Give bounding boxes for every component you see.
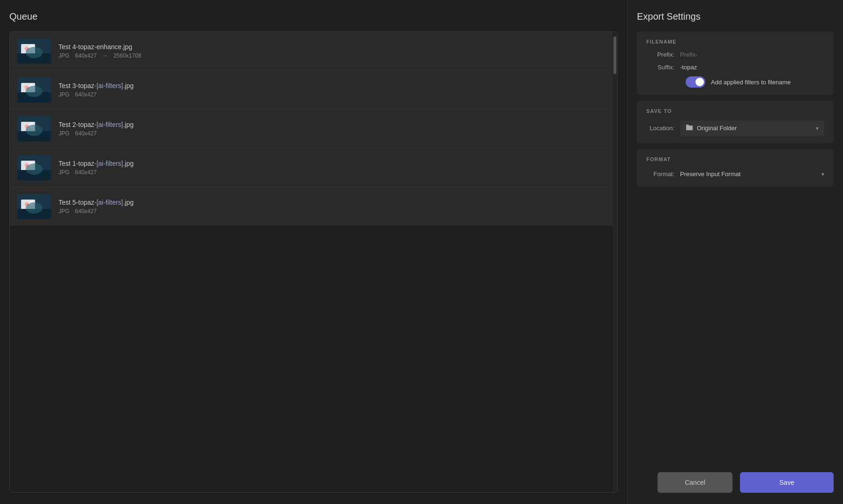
item-meta: JPG 640x427 [59, 169, 133, 176]
queue-item[interactable]: Test 1-topaz-[ai-filters].jpg JPG 640x42… [10, 148, 613, 187]
export-settings-panel: Export Settings FILENAME Prefix: Suffix:… [628, 0, 843, 504]
filename-section-label: FILENAME [646, 39, 824, 44]
svg-point-23 [26, 163, 43, 175]
item-dimensions: 640x427 [75, 130, 96, 137]
save-to-section-label: SAVE TO [646, 108, 824, 114]
chevron-down-icon: ▾ [816, 125, 819, 132]
filename-section: FILENAME Prefix: Suffix: -topaz Add appl… [637, 31, 834, 95]
prefix-row: Prefix: [646, 51, 824, 58]
svg-point-29 [26, 202, 43, 214]
prefix-label: Prefix: [646, 51, 674, 58]
scrollbar[interactable] [613, 32, 617, 492]
location-label: Location: [646, 125, 674, 132]
thumbnail [17, 116, 51, 141]
thumbnail [17, 194, 51, 219]
suffix-value: -topaz [680, 64, 697, 71]
format-value: Preserve Input Format [680, 170, 740, 178]
queue-container: Test 4-topaz-enhance.jpg JPG 640x427 → 2… [9, 31, 618, 493]
item-info: Test 1-topaz-[ai-filters].jpg JPG 640x42… [59, 160, 133, 176]
svg-point-11 [26, 86, 43, 97]
queue-item[interactable]: Test 4-topaz-enhance.jpg JPG 640x427 → 2… [10, 32, 613, 71]
item-format: JPG [59, 91, 69, 98]
item-output-dimensions: 2560x1708 [113, 52, 141, 59]
item-info: Test 2-topaz-[ai-filters].jpg JPG 640x42… [59, 121, 133, 137]
item-meta: JPG 640x427 → 2560x1708 [59, 52, 141, 59]
thumbnail [17, 155, 51, 180]
suffix-row: Suffix: -topaz [646, 64, 824, 71]
prefix-input[interactable] [680, 51, 824, 58]
item-dimensions: 640x427 [75, 169, 96, 176]
format-label: Format: [646, 170, 674, 178]
item-meta: JPG 640x427 [59, 130, 133, 137]
save-button[interactable]: Save [740, 472, 834, 493]
item-filename: Test 1-topaz-[ai-filters].jpg [59, 160, 133, 167]
export-settings-title: Export Settings [637, 11, 834, 22]
item-format: JPG [59, 208, 69, 215]
queue-item[interactable]: Test 5-topaz-[ai-filters].jpg JPG 640x42… [10, 187, 613, 226]
item-info: Test 4-topaz-enhance.jpg JPG 640x427 → 2… [59, 43, 141, 59]
item-filename: Test 5-topaz-[ai-filters].jpg [59, 199, 133, 206]
item-dimensions: 640x427 [75, 52, 96, 59]
cancel-button[interactable]: Cancel [658, 472, 732, 493]
item-format: JPG [59, 169, 69, 176]
queue-list: Test 4-topaz-enhance.jpg JPG 640x427 → 2… [10, 32, 613, 492]
chevron-down-icon: ▾ [821, 171, 824, 178]
item-filename: Test 2-topaz-[ai-filters].jpg [59, 121, 133, 128]
format-section: FORMAT Format: Preserve Input Format ▾ [637, 149, 834, 187]
format-section-label: FORMAT [646, 156, 824, 162]
item-info: Test 3-topaz-[ai-filters].jpg JPG 640x42… [59, 82, 133, 98]
folder-icon [686, 124, 693, 132]
thumbnail [17, 38, 51, 64]
toggle-row: Add applied filters to filename [646, 76, 824, 88]
add-filters-toggle[interactable] [686, 76, 705, 88]
item-meta: JPG 640x427 [59, 91, 133, 98]
location-row: Location: Original Folder ▾ [646, 120, 824, 136]
suffix-label: Suffix: [646, 64, 674, 71]
item-format: JPG [59, 52, 69, 59]
highlight-tag: -[ai-filters] [94, 121, 123, 128]
queue-item[interactable]: Test 3-topaz-[ai-filters].jpg JPG 640x42… [10, 71, 613, 110]
format-dropdown[interactable]: Preserve Input Format ▾ [680, 169, 824, 179]
thumbnail [17, 77, 51, 103]
item-format: JPG [59, 130, 69, 137]
highlight-tag: -[ai-filters] [94, 160, 123, 167]
item-dimensions: 640x427 [75, 91, 96, 98]
queue-item[interactable]: Test 2-topaz-[ai-filters].jpg JPG 640x42… [10, 110, 613, 148]
toggle-label: Add applied filters to filename [711, 79, 791, 86]
queue-panel: Queue Test 4-topaz-enhance.jpg [0, 0, 628, 504]
svg-point-17 [26, 125, 43, 136]
action-buttons: Cancel Save [637, 465, 834, 493]
svg-point-5 [26, 47, 43, 58]
save-to-section: SAVE TO Location: Original Folder ▾ [637, 101, 834, 143]
item-meta: JPG 640x427 [59, 208, 133, 215]
location-dropdown[interactable]: Original Folder ▾ [680, 120, 824, 136]
highlight-tag: -[ai-filters] [94, 82, 123, 89]
item-info: Test 5-topaz-[ai-filters].jpg JPG 640x42… [59, 199, 133, 215]
highlight-tag: -[ai-filters] [94, 199, 123, 206]
item-dimensions: 640x427 [75, 208, 96, 215]
item-filename: Test 3-topaz-[ai-filters].jpg [59, 82, 133, 89]
scrollbar-thumb[interactable] [614, 37, 616, 74]
queue-title: Queue [9, 11, 618, 22]
location-value: Original Folder [697, 125, 737, 132]
arrow-icon: → [102, 52, 108, 59]
format-row: Format: Preserve Input Format ▾ [646, 169, 824, 179]
item-filename: Test 4-topaz-enhance.jpg [59, 43, 141, 51]
